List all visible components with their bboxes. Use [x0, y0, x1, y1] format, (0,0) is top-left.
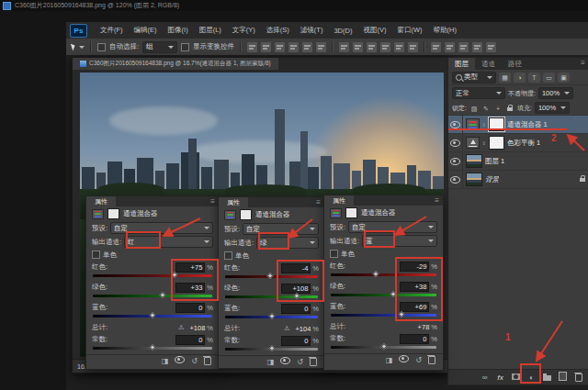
layer-mask-thumbnail[interactable]	[489, 117, 504, 131]
slider-thumb[interactable]	[390, 291, 397, 297]
tab-layers[interactable]: 图层	[448, 58, 475, 70]
preset-dropdown[interactable]: 自定	[243, 223, 319, 235]
reset-icon[interactable]: ↺	[415, 356, 422, 365]
auto-select-checkbox[interactable]	[97, 43, 106, 51]
channel-mixer-adjustment-icon[interactable]	[466, 118, 480, 130]
tab-channels[interactable]: 通道	[475, 58, 502, 70]
output-channel-dropdown[interactable]: 红	[124, 236, 213, 248]
new-layer-icon[interactable]	[558, 372, 568, 383]
layer-thumbnail[interactable]	[466, 154, 482, 168]
visibility-eye-icon[interactable]	[175, 356, 185, 366]
red-value-input[interactable]: -4	[281, 263, 311, 273]
red-value-input[interactable]: +75	[175, 262, 205, 273]
distribute-bottom-edges-icon[interactable]	[367, 42, 377, 52]
panel-menu-icon[interactable]: ≡	[431, 195, 443, 206]
menu-type[interactable]: 文字(Y)	[228, 24, 260, 37]
document-tab[interactable]: C360图片20160509164838.png @ 16.7%(通道混合器 1…	[73, 58, 278, 70]
constant-value-input[interactable]: 0	[400, 334, 429, 344]
auto-select-dropdown[interactable]: 组	[142, 41, 177, 53]
slider-thumb[interactable]	[373, 271, 379, 277]
layer-thumbnail[interactable]	[466, 173, 482, 186]
layer-name[interactable]: 背景	[485, 175, 499, 184]
align-bottom-edges-icon[interactable]	[316, 42, 326, 52]
filter-shape-layers-icon[interactable]: ▭	[543, 72, 555, 83]
mask-link-icon[interactable]: ∞	[481, 141, 487, 145]
slider-thumb[interactable]	[293, 293, 300, 299]
slider-thumb[interactable]	[268, 313, 275, 319]
red-slider[interactable]	[93, 274, 212, 277]
slider-thumb[interactable]	[380, 343, 387, 350]
menu-select[interactable]: 选择(S)	[262, 24, 294, 37]
delete-icon[interactable]	[204, 355, 211, 368]
menu-filter[interactable]: 滤镜(T)	[296, 24, 328, 37]
visibility-eye-icon[interactable]	[448, 116, 463, 133]
slider-thumb[interactable]	[149, 344, 155, 351]
slider-thumb[interactable]	[159, 292, 165, 298]
tool-preset-caret-icon[interactable]	[79, 46, 85, 49]
filter-pixel-layers-icon[interactable]: ▦	[499, 72, 511, 83]
new-adjustment-layer-icon[interactable]: ◐	[526, 373, 537, 382]
lock-all-icon[interactable]	[505, 104, 514, 113]
slider-thumb[interactable]	[399, 311, 405, 318]
blue-value-input[interactable]: 0	[281, 304, 311, 314]
clip-to-layer-icon[interactable]: ◨	[162, 357, 169, 366]
green-value-input[interactable]: +33	[175, 283, 205, 293]
layer-name[interactable]: 图层 1	[485, 157, 504, 166]
slider-thumb[interactable]	[172, 272, 178, 278]
distribute-top-edges-icon[interactable]	[339, 42, 349, 52]
3d-pan-icon[interactable]	[472, 42, 482, 52]
menu-edit[interactable]: 编辑(E)	[130, 24, 162, 37]
tab-properties[interactable]: 属性	[219, 197, 248, 207]
visibility-eye-icon[interactable]	[399, 355, 409, 365]
tab-paths[interactable]: 路径	[502, 58, 528, 70]
delete-icon[interactable]	[310, 356, 317, 369]
move-tool-icon[interactable]	[71, 43, 76, 51]
preset-dropdown[interactable]: 自定	[110, 222, 213, 234]
align-left-edges-icon[interactable]	[247, 42, 257, 52]
layer-mask-thumbnail[interactable]	[489, 136, 504, 150]
mask-link-icon[interactable]: ∞	[481, 123, 487, 127]
constant-slider[interactable]	[93, 347, 212, 350]
auto-align-layers-icon[interactable]	[431, 42, 441, 52]
lock-transparency-icon[interactable]: ▨	[469, 104, 479, 113]
show-transform-checkbox[interactable]	[181, 43, 189, 51]
red-value-input[interactable]: -29	[400, 262, 429, 272]
new-group-icon[interactable]	[542, 373, 552, 383]
opacity-dropdown[interactable]: 100%	[538, 87, 573, 99]
blue-slider[interactable]	[225, 316, 318, 318]
layer-row-color-balance-1[interactable]: ∞ 色彩平衡 1	[448, 134, 588, 152]
layer-name[interactable]: 通道混合器 1	[507, 120, 548, 129]
red-slider[interactable]	[225, 275, 318, 278]
blue-slider[interactable]	[331, 314, 436, 317]
tab-properties[interactable]: 属性	[86, 196, 116, 206]
monochrome-checkbox[interactable]	[224, 251, 232, 260]
layer-style-icon[interactable]: fx	[495, 373, 505, 382]
filter-adjustment-layers-icon[interactable]: ◑	[514, 72, 526, 83]
green-value-input[interactable]: +38	[400, 282, 429, 292]
3d-roll-icon[interactable]	[458, 42, 469, 52]
visibility-eye-icon[interactable]	[448, 152, 463, 170]
menu-image[interactable]: 图像(I)	[164, 24, 193, 37]
align-right-edges-icon[interactable]	[275, 42, 285, 52]
align-horizontal-centers-icon[interactable]	[261, 42, 271, 52]
monochrome-checkbox[interactable]	[330, 250, 338, 258]
output-channel-dropdown[interactable]: 蓝	[362, 235, 437, 247]
reset-icon[interactable]: ↺	[191, 357, 198, 366]
visibility-eye-icon[interactable]	[280, 357, 290, 367]
menu-window[interactable]: 窗口(W)	[392, 24, 426, 37]
filter-kind-dropdown[interactable]: 类型	[452, 72, 496, 84]
visibility-eye-icon[interactable]	[448, 134, 463, 151]
constant-value-input[interactable]: 0	[175, 335, 205, 345]
distribute-vertical-centers-icon[interactable]	[353, 42, 363, 52]
delete-icon[interactable]	[428, 354, 435, 367]
add-layer-mask-icon[interactable]	[511, 373, 521, 382]
menu-view[interactable]: 视图(V)	[358, 24, 390, 37]
visibility-eye-icon[interactable]	[448, 171, 463, 188]
blue-value-input[interactable]: +69	[400, 302, 429, 312]
blue-slider[interactable]	[93, 315, 212, 318]
fill-dropdown[interactable]: 100%	[535, 102, 570, 114]
lock-pixels-icon[interactable]: ✎	[481, 104, 491, 113]
blue-value-input[interactable]: 0	[175, 303, 205, 313]
filter-type-layers-icon[interactable]: T	[528, 72, 540, 83]
preset-dropdown[interactable]: 自定	[348, 221, 437, 233]
